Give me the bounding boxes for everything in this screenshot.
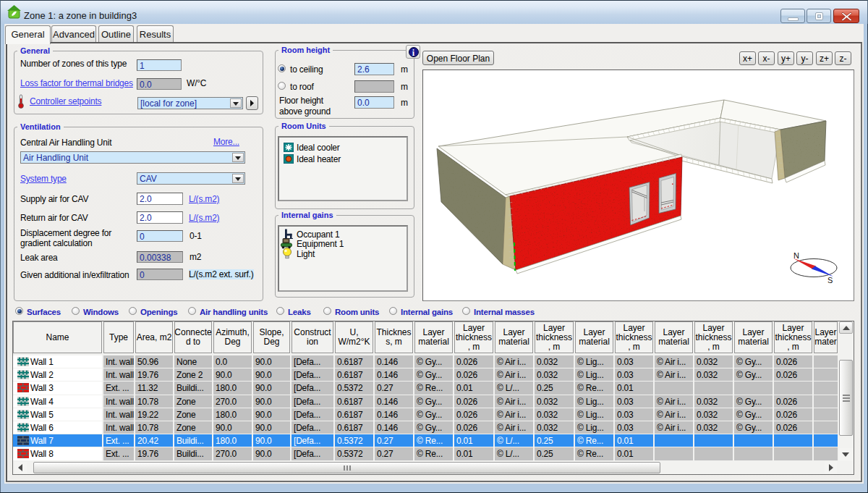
svg-text:N: N bbox=[793, 251, 799, 260]
svg-text:S: S bbox=[827, 276, 833, 285]
